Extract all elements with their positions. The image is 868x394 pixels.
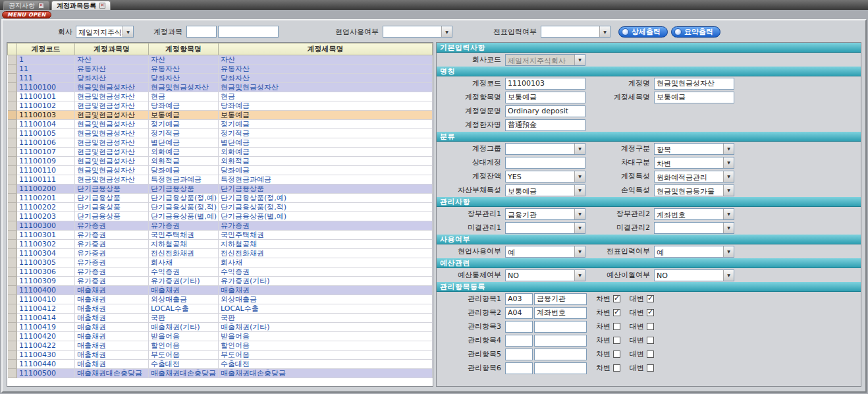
- table-row[interactable]: 11100111현금및현금성자산특정현금과예금특정현금과예금: [8, 175, 433, 184]
- counter-acct-input[interactable]: [505, 157, 585, 169]
- acct-group-select[interactable]: ▼: [505, 143, 585, 155]
- table-row[interactable]: 11100500매출채권대손충당금매출채권대손충당금매출채권대손충당금: [8, 369, 433, 378]
- row-selector[interactable]: [8, 175, 17, 184]
- eng-name-input[interactable]: [505, 105, 585, 117]
- account-name-input[interactable]: [218, 26, 279, 38]
- row-selector[interactable]: [8, 267, 17, 277]
- slip-use-filter-select[interactable]: ▼: [541, 26, 610, 38]
- mgmt-item-name-input[interactable]: [534, 335, 587, 347]
- table-row[interactable]: 11100110현금및현금성자산당좌예금당좌예금: [8, 166, 433, 175]
- credit-checkbox[interactable]: [647, 323, 654, 330]
- row-selector[interactable]: [8, 166, 17, 175]
- credit-checkbox[interactable]: [647, 351, 654, 358]
- table-row[interactable]: 11유동자산유동자산유동자산: [8, 65, 433, 74]
- dc-class-select[interactable]: 차변▼: [654, 157, 734, 169]
- summary-print-button[interactable]: 요약출력: [671, 26, 720, 38]
- table-row[interactable]: 11100101현금및현금성자산현금현금: [8, 92, 433, 101]
- debit-checkbox[interactable]: [613, 323, 620, 330]
- table-row[interactable]: 11100102현금및현금성자산당좌예금당좌예금: [8, 101, 433, 111]
- company-code-select[interactable]: 제일저지주식회사 ▼: [505, 54, 585, 66]
- acct-attr-select[interactable]: 원화예적금관리▼: [654, 171, 734, 183]
- row-selector[interactable]: [8, 129, 17, 138]
- row-selector[interactable]: [8, 184, 17, 194]
- table-row[interactable]: 11100109현금및현금성자산외화적금외화적금: [8, 157, 433, 166]
- row-selector[interactable]: [8, 111, 17, 120]
- field-use-filter-select[interactable]: ▼: [383, 26, 452, 38]
- row-selector[interactable]: [8, 249, 17, 258]
- debit-checkbox[interactable]: [613, 337, 620, 344]
- mgmt-item-name-input[interactable]: [534, 321, 587, 333]
- budget-carry-select[interactable]: NO▼: [654, 269, 734, 281]
- debit-checkbox[interactable]: [613, 351, 620, 358]
- debit-checkbox[interactable]: [613, 309, 620, 316]
- hanja-name-input[interactable]: [505, 119, 585, 131]
- credit-checkbox[interactable]: [647, 337, 654, 344]
- mgmt-item-code-input[interactable]: [505, 321, 533, 333]
- table-row[interactable]: 11100400매출채권매출채권매출채권: [8, 286, 433, 295]
- mgmt-item-code-input[interactable]: [505, 293, 533, 305]
- row-selector[interactable]: [8, 314, 17, 323]
- close-icon[interactable]: ✕: [99, 3, 105, 9]
- row-selector[interactable]: [8, 231, 17, 240]
- table-row[interactable]: 11100422매출채권할인어음할인어음: [8, 341, 433, 351]
- field-use-select[interactable]: 예▼: [505, 246, 585, 258]
- row-selector[interactable]: [8, 92, 17, 101]
- tab-account-registration[interactable]: 계정과목등록 ✕: [51, 1, 111, 10]
- table-row[interactable]: 111당좌자산당좌자산당좌자산: [8, 74, 433, 83]
- mgmt-item-code-input[interactable]: [505, 362, 533, 374]
- row-selector[interactable]: [8, 341, 17, 351]
- row-selector[interactable]: [8, 148, 17, 157]
- mgmt-item-code-input[interactable]: [505, 307, 533, 319]
- company-select[interactable]: 제일저지주식회사 ▼: [76, 26, 134, 38]
- detail-print-button[interactable]: 상세출력: [618, 26, 668, 38]
- table-row[interactable]: 11100410매출채권외상매출금외상매출금: [8, 295, 433, 304]
- table-row[interactable]: 11100100현금및현금성자산현금및현금성자산현금및현금성자산: [8, 83, 433, 92]
- row-selector[interactable]: [8, 65, 17, 74]
- close-icon[interactable]: ✕: [38, 3, 44, 9]
- table-row[interactable]: 11100105현금및현금성자산정기적금정기적금: [8, 129, 433, 138]
- row-selector[interactable]: [8, 194, 17, 203]
- row-selector[interactable]: [8, 258, 17, 267]
- table-row[interactable]: 11100302유가증권지하철공채지하철공채: [8, 240, 433, 249]
- row-selector[interactable]: [8, 74, 17, 83]
- row-selector[interactable]: [8, 212, 17, 221]
- table-row[interactable]: 11100301유가증권국민주택채권국민주택채권: [8, 231, 433, 240]
- pending1-select[interactable]: ▼: [505, 222, 585, 234]
- item-name-input[interactable]: [505, 92, 585, 103]
- row-selector[interactable]: [8, 369, 17, 378]
- credit-checkbox[interactable]: [647, 364, 654, 372]
- row-selector[interactable]: [8, 277, 17, 286]
- row-selector[interactable]: [8, 138, 17, 148]
- table-row[interactable]: 11100412매출채권LOCAL수출LOCAL수출: [8, 304, 433, 314]
- pending2-select[interactable]: ▼: [654, 222, 734, 234]
- ledger1-select[interactable]: 금융기관▼: [505, 208, 585, 220]
- table-row[interactable]: 11100304유가증권전신전화채권전신전화채권: [8, 249, 433, 258]
- credit-checkbox[interactable]: [647, 309, 654, 316]
- account-code-input[interactable]: [186, 26, 217, 38]
- acct-name-input[interactable]: [654, 78, 734, 90]
- debit-checkbox[interactable]: [613, 295, 620, 302]
- mgmt-item-code-input[interactable]: [505, 349, 533, 360]
- row-selector[interactable]: [8, 332, 17, 341]
- mgmt-item-name-input[interactable]: [534, 307, 587, 319]
- row-selector[interactable]: [8, 240, 17, 249]
- mgmt-item-code-input[interactable]: [505, 335, 533, 347]
- table-row[interactable]: 11100430매출채권부도어음부도어음: [8, 351, 433, 360]
- acct-balance-select[interactable]: YES▼: [505, 171, 585, 183]
- table-row[interactable]: 11100414매출채권국판국판: [8, 314, 433, 323]
- table-row[interactable]: 1자산자산자산: [8, 55, 433, 65]
- row-selector[interactable]: [8, 351, 17, 360]
- table-row[interactable]: 11100202단기금융상품단기금융상품(정,적)단기금융상품(정,적): [8, 203, 433, 212]
- row-selector[interactable]: [8, 83, 17, 92]
- table-row[interactable]: 11100103현금및현금성자산보통예금보통예금: [8, 111, 433, 120]
- tab-notice[interactable]: 공지사항 ✕: [3, 1, 49, 10]
- row-selector[interactable]: [8, 157, 17, 166]
- table-row[interactable]: 11100201단기금융상품단기금융상품(정,예)단기금융상품(정,예): [8, 194, 433, 203]
- table-row[interactable]: 11100440매출채권수출대전수출대전: [8, 360, 433, 369]
- mgmt-item-name-input[interactable]: [534, 349, 587, 360]
- row-selector[interactable]: [8, 323, 17, 332]
- budget-ctrl-select[interactable]: NO▼: [505, 269, 585, 281]
- ledger2-select[interactable]: 계좌번호▼: [654, 208, 734, 220]
- table-row[interactable]: 11100420매출채권받을어음받을어음: [8, 332, 433, 341]
- table-row[interactable]: 11100200단기금융상품단기금융상품단기금융상품: [8, 184, 433, 194]
